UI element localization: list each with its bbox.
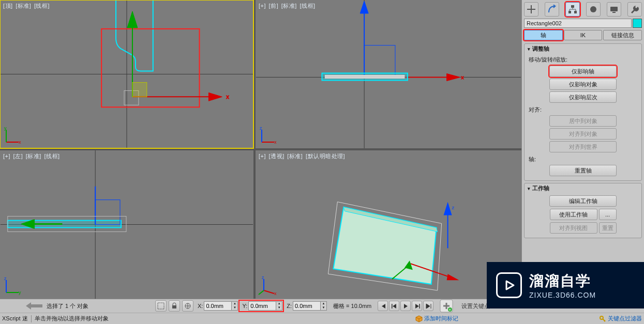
affect-object-only-button[interactable]: 仅影响对象 xyxy=(549,79,617,90)
y-spinner[interactable]: ▲▼ xyxy=(276,301,282,311)
svg-point-58 xyxy=(590,6,596,12)
tab-utilities[interactable] xyxy=(627,2,642,17)
svg-text:+: + xyxy=(449,307,452,312)
svg-rect-23 xyxy=(325,75,404,78)
watermark-title: 溜溜自学 xyxy=(529,271,596,291)
cube-icon xyxy=(415,315,423,322)
reset-pivot-button[interactable]: 重置轴 xyxy=(549,165,617,176)
svg-text:z: z xyxy=(260,126,262,131)
viewport-nav-button[interactable]: + xyxy=(439,298,454,314)
viewport-drawing: z xyxy=(256,150,521,299)
rollout-adjust-pivot: ▾ 调整轴 移动/旋转/缩放: 仅影响轴 仅影响对象 仅影响层次 对齐: 居中到… xyxy=(524,43,642,181)
play-icon xyxy=(496,272,522,298)
axis-gizmo: x z xyxy=(259,277,277,296)
lock-toggle-icon[interactable] xyxy=(169,300,180,312)
viewport-quad: [顶] [标准] [线框] x xyxy=(0,0,521,299)
center-to-object-button[interactable]: 居中到对象 xyxy=(549,115,617,127)
svg-rect-57 xyxy=(574,11,577,13)
align-to-world-button[interactable]: 对齐到世界 xyxy=(549,141,617,152)
move-rotate-scale-label: 移动/旋转/缩放: xyxy=(529,56,637,64)
listener-label: XScript 迷 xyxy=(2,315,28,322)
svg-text:x: x xyxy=(461,74,464,80)
prompt-hint: 单击并拖动以选择并移动对象 xyxy=(35,315,109,322)
svg-text:x: x xyxy=(19,140,21,145)
edit-working-pivot-button[interactable]: 编辑工作轴 xyxy=(549,195,617,207)
add-time-tag-button[interactable]: 添加时间标记 xyxy=(415,315,458,322)
axis-gizmo: x z xyxy=(259,127,277,145)
viewport-left[interactable]: [+] [左] [标准] [线框] y z xyxy=(0,150,253,299)
svg-text:x: x xyxy=(226,94,229,100)
svg-text:x: x xyxy=(274,291,277,296)
viewport-drawing xyxy=(0,150,253,299)
object-color-swatch[interactable] xyxy=(633,19,642,28)
tab-create[interactable] xyxy=(524,2,538,17)
svg-marker-8 xyxy=(127,11,138,28)
axis-gizmo: y z xyxy=(3,277,22,296)
svg-marker-44 xyxy=(447,274,459,280)
coord-system-icon[interactable] xyxy=(182,300,193,312)
command-panel: 轴 IK 链接信息 ▾ 调整轴 移动/旋转/缩放: 仅影响轴 仅影响对象 仅影响… xyxy=(521,0,644,299)
svg-marker-19 xyxy=(447,74,460,81)
x-coord-input[interactable] xyxy=(204,301,232,311)
tab-display[interactable] xyxy=(607,2,621,17)
svg-rect-21 xyxy=(364,45,395,78)
x-spinner[interactable]: ▲▼ xyxy=(232,301,238,311)
align-to-view-button[interactable]: 对齐到视图 xyxy=(550,222,597,234)
watermark: 溜溜自学 ZIXUE.3D66.COM xyxy=(487,262,644,308)
viewport-drawing: x xyxy=(256,0,521,148)
object-name-field[interactable] xyxy=(524,19,632,28)
affect-pivot-only-button[interactable]: 仅影响轴 xyxy=(549,66,617,77)
viewport-perspective[interactable]: [+] [透视] [标准] [默认明暗处理] z xyxy=(256,150,521,299)
svg-line-52 xyxy=(259,290,264,295)
subtab-ik[interactable]: IK xyxy=(564,30,603,40)
align-label: 对齐: xyxy=(529,106,637,114)
tab-motion[interactable] xyxy=(586,2,601,17)
play-button[interactable] xyxy=(400,301,411,311)
viewport-drawing: x xyxy=(0,0,253,148)
goto-start-button[interactable] xyxy=(378,301,388,311)
svg-rect-9 xyxy=(132,82,147,97)
key-icon xyxy=(599,315,606,322)
prev-frame-button[interactable] xyxy=(389,301,399,311)
align-to-object-button[interactable]: 对齐到对象 xyxy=(549,128,617,140)
z-label: Z: xyxy=(287,303,292,309)
command-panel-tabs xyxy=(522,0,644,18)
svg-marker-48 xyxy=(444,202,452,215)
svg-rect-63 xyxy=(172,305,176,308)
svg-rect-56 xyxy=(568,11,571,13)
key-filters-button[interactable]: 关键点过滤器 xyxy=(599,315,642,322)
subtab-link-info[interactable]: 链接信息 xyxy=(603,30,642,40)
collapse-icon: ▾ xyxy=(528,47,530,52)
svg-text:y: y xyxy=(19,290,21,295)
viewport-label: [+] [左] [标准] [线框] xyxy=(3,152,61,160)
svg-marker-5 xyxy=(208,92,222,101)
selection-status: 选择了 1 个 对象 xyxy=(44,302,153,310)
tab-hierarchy[interactable] xyxy=(565,2,580,17)
svg-text:z: z xyxy=(262,275,264,280)
reset-working-pivot-button[interactable]: 重置 xyxy=(599,222,617,234)
z-spinner[interactable]: ▲▼ xyxy=(321,301,327,311)
svg-text:x: x xyxy=(274,140,277,145)
selection-lock-icon[interactable] xyxy=(155,300,167,312)
y-coord-input[interactable] xyxy=(248,301,276,311)
svg-line-50 xyxy=(264,290,274,294)
svg-rect-66 xyxy=(419,304,420,308)
subtab-pivot[interactable]: 轴 xyxy=(524,30,563,40)
viewport-top[interactable]: [顶] [标准] [线框] x xyxy=(0,0,253,148)
z-coord-input[interactable] xyxy=(293,301,321,311)
working-pivot-more-button[interactable]: ... xyxy=(599,209,617,220)
svg-marker-17 xyxy=(360,1,368,13)
axis-gizmo: x y xyxy=(3,127,22,145)
tab-modify[interactable] xyxy=(545,2,559,17)
affect-hierarchy-only-button[interactable]: 仅影响层次 xyxy=(549,91,617,103)
timeline-edge-icon xyxy=(2,302,42,310)
next-frame-button[interactable] xyxy=(412,301,422,311)
set-key-label: 设置关键点 xyxy=(461,302,490,310)
x-label: X: xyxy=(198,303,203,309)
viewport-front[interactable]: [+] [前] [标准] [线框] x xyxy=(256,0,521,148)
use-working-pivot-button[interactable]: 使用工作轴 xyxy=(550,209,597,220)
goto-end-button[interactable] xyxy=(423,301,433,311)
viewport-label: [+] [前] [标准] [线框] xyxy=(259,2,317,10)
rollout-header[interactable]: ▾ 工作轴 xyxy=(525,183,641,193)
rollout-header[interactable]: ▾ 调整轴 xyxy=(525,44,641,54)
